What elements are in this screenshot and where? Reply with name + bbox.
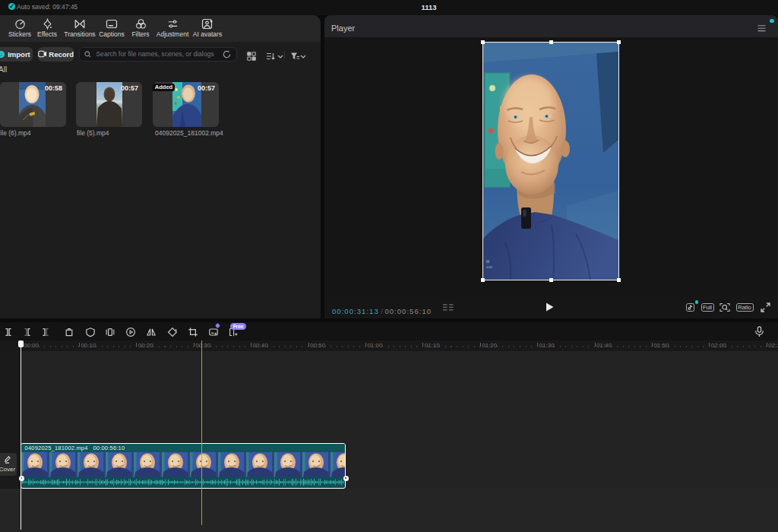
svg-text:00M: 00M: [486, 265, 492, 269]
svg-text:M: M: [486, 259, 489, 264]
